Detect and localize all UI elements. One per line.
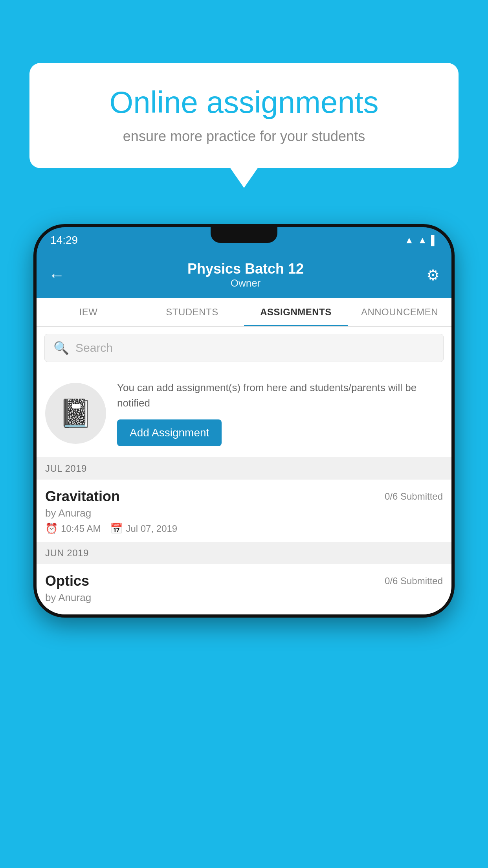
assignment-meta: ⏰ 10:45 AM 📅 Jul 07, 2019 xyxy=(45,522,443,535)
back-button[interactable]: ← xyxy=(48,266,65,285)
section-label-jul: JUL 2019 xyxy=(45,463,87,474)
app-header: ← Physics Batch 12 Owner ⚙ xyxy=(37,253,451,298)
section-label-jun: JUN 2019 xyxy=(45,548,89,558)
assignment-optics-author: by Anurag xyxy=(45,592,443,604)
speech-bubble: Online assignments ensure more practice … xyxy=(29,63,459,168)
add-assignment-button[interactable]: Add Assignment xyxy=(117,419,222,446)
search-bar[interactable]: 🔍 Search xyxy=(44,334,444,362)
tab-assignments[interactable]: ASSIGNMENTS xyxy=(244,298,348,326)
assignment-status: 0/6 Submitted xyxy=(385,491,443,502)
speech-bubble-title: Online assignments xyxy=(57,85,431,120)
notebook-icon: 📓 xyxy=(59,397,93,429)
assignment-optics[interactable]: Optics 0/6 Submitted by Anurag xyxy=(37,564,451,614)
header-subtitle: Owner xyxy=(187,277,304,289)
promo-text: You can add assignment(s) from here and … xyxy=(117,380,443,411)
assignment-gravitation[interactable]: Gravitation 0/6 Submitted by Anurag ⏰ 10… xyxy=(37,480,451,542)
meta-time: ⏰ 10:45 AM xyxy=(45,522,101,535)
header-title: Physics Batch 12 xyxy=(187,261,304,277)
clock-icon: ⏰ xyxy=(45,522,58,535)
tabs-bar: IEW STUDENTS ASSIGNMENTS ANNOUNCEMEN xyxy=(37,298,451,327)
speech-bubble-subtitle: ensure more practice for your students xyxy=(57,128,431,145)
status-time: 14:29 xyxy=(50,234,78,246)
phone: 14:29 ▲ ▲ ▌ ← Physics Batch 12 Owner ⚙ xyxy=(33,224,455,618)
tab-announcements[interactable]: ANNOUNCEMEN xyxy=(348,298,451,326)
notch xyxy=(211,227,277,243)
status-bar: 14:29 ▲ ▲ ▌ xyxy=(37,227,451,253)
wifi-icon: ▲ xyxy=(404,235,414,246)
settings-button[interactable]: ⚙ xyxy=(426,267,440,284)
promo-content: You can add assignment(s) from here and … xyxy=(117,380,443,446)
tab-iew[interactable]: IEW xyxy=(37,298,140,326)
assignment-name: Gravitation xyxy=(45,488,120,505)
assignment-optics-row1: Optics 0/6 Submitted xyxy=(45,573,443,589)
section-header-jun: JUN 2019 xyxy=(37,542,451,564)
promo-icon-circle: 📓 xyxy=(45,383,106,444)
tab-students[interactable]: STUDENTS xyxy=(140,298,244,326)
meta-date: 📅 Jul 07, 2019 xyxy=(110,522,177,535)
assignment-author: by Anurag xyxy=(45,507,443,519)
assignment-date: Jul 07, 2019 xyxy=(126,523,177,534)
assignment-optics-name: Optics xyxy=(45,573,89,589)
assignment-optics-status: 0/6 Submitted xyxy=(385,576,443,587)
header-title-area: Physics Batch 12 Owner xyxy=(187,261,304,289)
assignment-time: 10:45 AM xyxy=(61,523,101,534)
promo-card: 📓 You can add assignment(s) from here an… xyxy=(37,369,451,458)
search-bar-container: 🔍 Search xyxy=(37,327,451,369)
signal-icon: ▲ xyxy=(418,235,427,246)
speech-bubble-box: Online assignments ensure more practice … xyxy=(29,63,459,168)
calendar-icon: 📅 xyxy=(110,522,123,535)
screen-content: 🔍 Search 📓 You can add assignment(s) fro… xyxy=(37,327,451,614)
section-header-jul: JUL 2019 xyxy=(37,458,451,480)
phone-frame: 14:29 ▲ ▲ ▌ ← Physics Batch 12 Owner ⚙ xyxy=(33,224,455,618)
search-icon: 🔍 xyxy=(53,340,69,355)
status-icons: ▲ ▲ ▌ xyxy=(404,235,438,246)
battery-icon: ▌ xyxy=(431,235,438,246)
search-input[interactable]: Search xyxy=(75,341,113,355)
assignment-row1: Gravitation 0/6 Submitted xyxy=(45,488,443,505)
phone-screen: 14:29 ▲ ▲ ▌ ← Physics Batch 12 Owner ⚙ xyxy=(37,227,451,614)
